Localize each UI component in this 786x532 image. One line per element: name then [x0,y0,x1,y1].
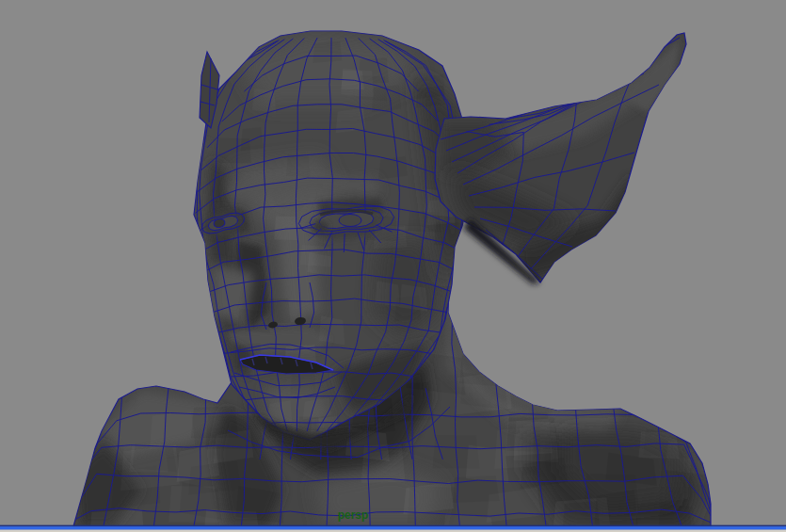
svg-text:persp: persp [338,508,369,522]
